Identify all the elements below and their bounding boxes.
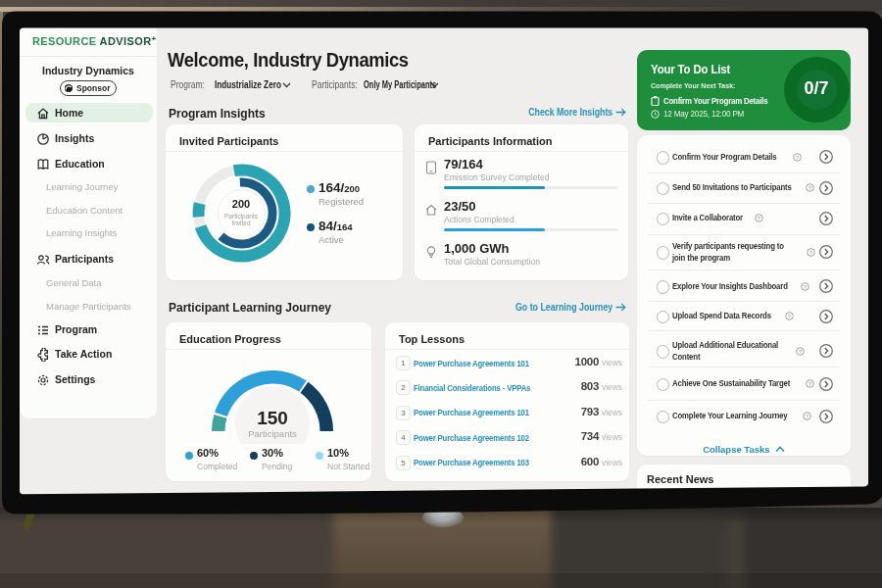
svg-text:?: ? bbox=[758, 216, 760, 221]
svg-text:?: ? bbox=[798, 348, 801, 354]
svg-text:?: ? bbox=[804, 283, 807, 289]
svg-text:?: ? bbox=[809, 249, 812, 255]
svg-text:?: ? bbox=[808, 185, 811, 191]
svg-text:?: ? bbox=[796, 154, 799, 160]
svg-text:?: ? bbox=[788, 314, 791, 319]
svg-text:?: ? bbox=[806, 414, 808, 419]
svg-text:?: ? bbox=[808, 381, 811, 387]
